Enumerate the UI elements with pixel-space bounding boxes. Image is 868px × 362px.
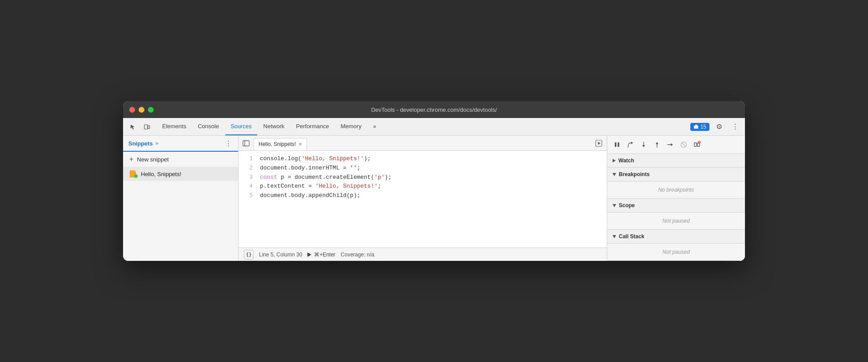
top-tab-bar: Elements Console Sources Network Perform… (123, 118, 745, 136)
line-number: 3 (242, 173, 253, 182)
close-tab-icon[interactable]: × (299, 141, 302, 147)
cursor-position: Line 5, Column 30 (259, 252, 302, 258)
tab-memory[interactable]: Memory (335, 118, 367, 135)
scope-content: Not paused (607, 212, 745, 230)
line-number: 1 (242, 155, 253, 163)
code-line-3: 3 const p = document.createElement('p'); (239, 173, 607, 182)
run-file-button[interactable] (593, 137, 605, 150)
plus-icon: + (129, 155, 133, 163)
more-menu-button[interactable]: ⋮ (729, 121, 741, 133)
line-number: 2 (242, 164, 253, 173)
svg-marker-12 (642, 145, 645, 147)
window-controls (129, 107, 154, 113)
status-bar: {} Line 5, Column 30 ⌘+Enter Coverage: n… (239, 248, 607, 261)
code-line-2: 2 document.body.innerHTML = ''; (239, 164, 607, 173)
run-triangle-icon (307, 252, 311, 257)
cursor-icon[interactable] (127, 121, 139, 133)
format-button[interactable]: {} (244, 250, 254, 260)
pause-resume-button[interactable] (611, 138, 623, 151)
window-title: DevTools - developer.chrome.com/docs/dev… (371, 106, 497, 113)
editor-tab-name: Hello, Snippets! (259, 141, 296, 147)
minimize-button[interactable] (139, 107, 144, 113)
tab-console[interactable]: Console (192, 118, 224, 135)
breakpoints-section-header[interactable]: Breakpoints (607, 168, 745, 181)
callstack-title: Call Stack (619, 233, 644, 240)
coverage-label: Coverage: n/a (341, 252, 374, 258)
watch-collapse-icon (613, 159, 616, 162)
run-shortcut-label: ⌘+Enter (314, 252, 335, 258)
scope-section-header[interactable]: Scope (607, 199, 745, 212)
toolbar-icons (127, 121, 153, 133)
toolbar-right: 15 ⚙ ⋮ (690, 121, 741, 133)
sidebar-toggle-icon[interactable] (240, 138, 252, 149)
svg-rect-2 (694, 126, 698, 129)
line-content: console.log('Hello, Snippets!'); (260, 154, 371, 164)
pause-on-exceptions-button[interactable] (691, 138, 703, 151)
no-breakpoints-text: No breakpoints (658, 187, 694, 193)
snippet-name: Hello, Snippets! (141, 171, 181, 177)
svg-point-23 (699, 143, 700, 143)
breakpoints-content: No breakpoints (607, 181, 745, 199)
snippets-title: Snippets (128, 140, 153, 147)
step-button[interactable] (664, 138, 677, 151)
snippet-file-icon (129, 170, 137, 178)
panel-header-left: Snippets » (128, 140, 159, 147)
run-shortcut[interactable]: ⌘+Enter (307, 252, 335, 258)
scope-not-paused-text: Not paused (662, 218, 689, 224)
deactivate-breakpoints-button[interactable] (677, 138, 690, 151)
svg-marker-6 (598, 142, 601, 145)
breakpoints-title: Breakpoints (619, 171, 649, 177)
snippets-panel: Snippets » ⋮ + New snippet Hello, Snippe… (123, 136, 239, 261)
new-snippet-button[interactable]: + New snippet (123, 152, 238, 167)
maximize-button[interactable] (148, 107, 154, 113)
tab-sources[interactable]: Sources (225, 118, 257, 135)
svg-rect-3 (243, 141, 249, 146)
callstack-not-paused-text: Not paused (662, 249, 689, 255)
watch-section-header[interactable]: Watch (607, 154, 745, 168)
debugger-panel: Watch Breakpoints No breakpoints Scope N… (607, 136, 745, 261)
line-content: const p = document.createElement('p'); (260, 173, 391, 182)
scope-collapse-icon (613, 204, 616, 207)
callstack-content: Not paused (607, 244, 745, 261)
callstack-collapse-icon (613, 235, 616, 238)
snippets-panel-header: Snippets » ⋮ (123, 136, 238, 152)
code-line-5: 5 document.body.appendChild(p); (239, 191, 607, 201)
notification-count: 15 (701, 124, 706, 130)
step-into-button[interactable] (637, 138, 650, 151)
step-over-button[interactable] (624, 138, 637, 151)
close-button[interactable] (129, 107, 135, 113)
tab-performance[interactable]: Performance (291, 118, 334, 135)
editor-tab-snippets[interactable]: Hello, Snippets! × (254, 138, 307, 150)
breakpoints-collapse-icon (613, 173, 616, 176)
svg-rect-1 (148, 126, 150, 129)
line-number: 5 (242, 192, 253, 200)
code-editor[interactable]: 1 console.log('Hello, Snippets!'); 2 doc… (239, 151, 607, 248)
svg-line-18 (682, 143, 685, 146)
snippets-menu-button[interactable]: ⋮ (222, 138, 235, 149)
snippet-item[interactable]: Hello, Snippets! (123, 167, 238, 181)
svg-rect-8 (618, 142, 620, 147)
svg-rect-0 (144, 125, 147, 129)
editor-panel: Hello, Snippets! × 1 console.log('Hello,… (239, 136, 607, 261)
devtools-window: DevTools - developer.chrome.com/docs/dev… (123, 101, 745, 261)
device-toolbar-icon[interactable] (141, 121, 153, 133)
main-tabs: Elements Console Sources Network Perform… (157, 118, 690, 135)
tab-elements[interactable]: Elements (157, 118, 191, 135)
notification-badge[interactable]: 15 (690, 123, 709, 131)
tab-network[interactable]: Network (258, 118, 290, 135)
code-line-1: 1 console.log('Hello, Snippets!'); (239, 154, 607, 164)
tab-more[interactable]: » (368, 118, 382, 135)
format-label: {} (246, 252, 251, 257)
step-out-button[interactable] (651, 138, 663, 151)
svg-marker-16 (671, 143, 673, 146)
new-snippet-label: New snippet (137, 156, 169, 163)
line-content: document.body.innerHTML = ''; (260, 164, 360, 173)
main-content: Snippets » ⋮ + New snippet Hello, Snippe… (123, 136, 745, 261)
snippets-more-icon[interactable]: » (155, 140, 159, 146)
svg-marker-14 (656, 142, 658, 144)
line-content: p.textContent = 'Hello, Snippets!'; (260, 182, 381, 191)
scope-title: Scope (619, 202, 635, 209)
settings-button[interactable]: ⚙ (713, 121, 725, 133)
code-line-4: 4 p.textContent = 'Hello, Snippets!'; (239, 182, 607, 191)
callstack-section-header[interactable]: Call Stack (607, 230, 745, 244)
